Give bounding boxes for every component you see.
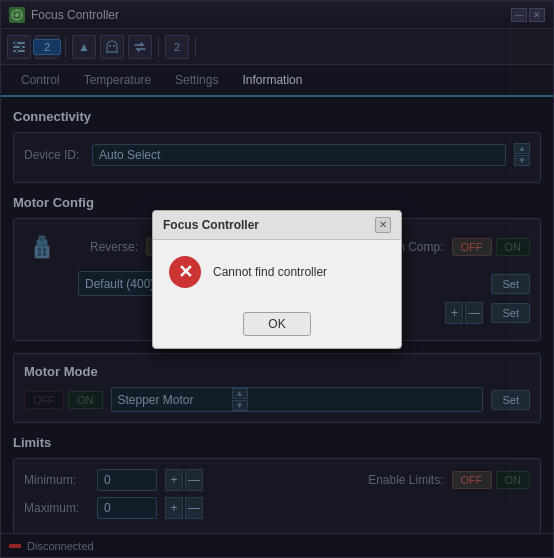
error-dialog: Focus Controller ✕ ✕ Cannot find control… bbox=[152, 210, 402, 349]
dialog-close-button[interactable]: ✕ bbox=[375, 217, 391, 233]
dialog-title: Focus Controller bbox=[163, 218, 259, 232]
error-icon: ✕ bbox=[169, 256, 201, 288]
dialog-ok-button[interactable]: OK bbox=[243, 312, 310, 336]
dialog-message: Cannot find controller bbox=[213, 265, 327, 279]
dialog-overlay: Focus Controller ✕ ✕ Cannot find control… bbox=[0, 0, 554, 558]
dialog-body: ✕ Cannot find controller bbox=[153, 240, 401, 304]
dialog-footer: OK bbox=[153, 304, 401, 348]
dialog-titlebar: Focus Controller ✕ bbox=[153, 211, 401, 240]
